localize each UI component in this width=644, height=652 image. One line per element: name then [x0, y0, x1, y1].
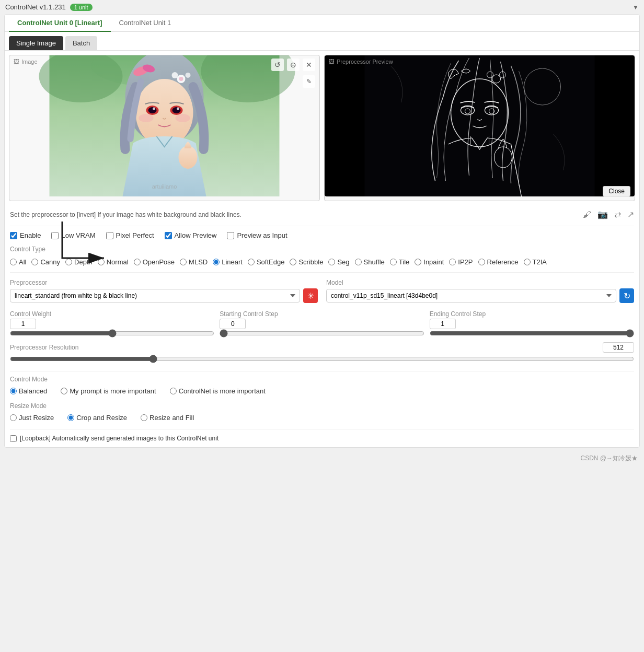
image-upload-area[interactable]: artuiiiamo	[9, 55, 319, 196]
resize-just[interactable]: Just Resize	[10, 412, 59, 424]
preprocessor-select[interactable]: lineart_standard (from white bg & black …	[10, 289, 300, 302]
resolution-slider[interactable]	[10, 355, 634, 363]
remove-btn[interactable]: ✕	[303, 59, 315, 71]
pixel-perfect-input[interactable]	[106, 232, 113, 239]
enable-checkbox[interactable]: Enable	[10, 231, 41, 239]
image-label-text: Image	[21, 59, 38, 65]
resize-just-input[interactable]	[10, 414, 17, 421]
tab-unit0[interactable]: ControlNet Unit 0 [Lineart]	[9, 15, 111, 32]
starting-step-slider[interactable]	[220, 329, 424, 337]
starting-step-value[interactable]	[220, 319, 246, 329]
radio-scribble-input[interactable]	[290, 259, 296, 265]
radio-canny-label: Canny	[40, 258, 60, 266]
preview-as-input-checkbox[interactable]: Preview as Input	[227, 231, 287, 239]
clear-btn[interactable]: ⊖	[287, 59, 300, 71]
low-vram-checkbox[interactable]: Low VRAM	[51, 231, 95, 239]
mode-prompt-input[interactable]	[61, 388, 67, 394]
radio-inpaint-input[interactable]	[415, 259, 421, 265]
radio-inpaint[interactable]: Inpaint	[415, 256, 449, 268]
camera-icon[interactable]: 📷	[597, 209, 608, 219]
resolution-section: Preprocessor Resolution	[5, 340, 639, 369]
pixel-perfect-checkbox[interactable]: Pixel Perfect	[106, 231, 154, 239]
control-weight-slider[interactable]	[10, 329, 214, 337]
mode-controlnet-label: ControlNet is more important	[179, 387, 266, 395]
svg-point-21	[179, 146, 198, 169]
radio-scribble[interactable]: Scribble	[290, 256, 328, 268]
resize-fill[interactable]: Resize and Fill	[141, 412, 199, 424]
close-btn[interactable]: Close	[603, 186, 630, 196]
radio-seg[interactable]: Seg	[328, 256, 354, 268]
radio-depth-input[interactable]	[65, 259, 72, 265]
svg-point-13	[153, 108, 155, 110]
preview-as-input-input[interactable]	[227, 232, 234, 239]
radio-shuffle-input[interactable]	[355, 259, 362, 265]
preview-image-panel: 🖼 Preprocessor Preview ⬇	[324, 55, 635, 201]
sub-tab-single[interactable]: Single Image	[9, 36, 63, 50]
control-mode-label: Control Mode	[10, 376, 634, 383]
resize-fill-input[interactable]	[141, 414, 147, 421]
ending-step-value[interactable]	[430, 319, 456, 329]
collapse-icon[interactable]: ▼	[632, 4, 639, 11]
radio-canny-input[interactable]	[31, 259, 38, 265]
radio-depth[interactable]: Depth	[65, 256, 98, 268]
radio-seg-input[interactable]	[328, 259, 335, 265]
radio-tile-input[interactable]	[390, 259, 397, 265]
radio-openpose-input[interactable]	[134, 259, 141, 265]
radio-t2ia[interactable]: T2IA	[524, 256, 552, 268]
resolution-label: Preprocessor Resolution	[10, 344, 78, 351]
model-refresh-btn[interactable]: ↻	[619, 288, 634, 303]
radio-softedge[interactable]: SoftEdge	[248, 256, 290, 268]
radio-softedge-input[interactable]	[248, 259, 255, 265]
mode-controlnet[interactable]: ControlNet is more important	[170, 385, 271, 397]
radio-all-input[interactable]	[10, 259, 17, 265]
radio-tile[interactable]: Tile	[390, 256, 415, 268]
low-vram-input[interactable]	[51, 232, 59, 239]
allow-preview-input[interactable]	[165, 232, 172, 239]
allow-preview-checkbox[interactable]: Allow Preview	[165, 231, 217, 239]
undo-btn[interactable]: ↺	[271, 59, 284, 71]
mode-prompt[interactable]: My prompt is more important	[61, 385, 161, 397]
pencil-btn[interactable]: ✎	[303, 75, 315, 88]
radio-openpose[interactable]: OpenPose	[134, 256, 180, 268]
swap-icon[interactable]: ⇄	[614, 209, 621, 219]
resize-crop[interactable]: Crop and Resize	[67, 412, 132, 424]
radio-t2ia-input[interactable]	[524, 259, 531, 265]
radio-all-label: All	[19, 258, 26, 266]
radio-normal[interactable]: Normal	[98, 256, 134, 268]
radio-normal-input[interactable]	[98, 259, 105, 265]
radio-ip2p[interactable]: IP2P	[449, 256, 478, 268]
mode-balanced-input[interactable]	[10, 388, 17, 394]
send-icon[interactable]: ↗	[627, 209, 634, 219]
enable-input[interactable]	[10, 232, 17, 239]
checkboxes-row: Enable Low VRAM Pixel Perfect Allow Prev…	[5, 228, 639, 242]
resolution-value[interactable]	[603, 342, 634, 353]
three-sliders: Control Weight Starting Control Step End…	[5, 307, 639, 340]
radio-lineart-input[interactable]	[213, 259, 220, 265]
tab-unit1[interactable]: ControlNet Unit 1	[111, 15, 180, 32]
loopback-input[interactable]	[10, 435, 17, 442]
radio-shuffle[interactable]: Shuffle	[355, 256, 390, 268]
control-weight-value[interactable]	[10, 319, 36, 329]
ending-step-label: Ending Control Step	[430, 310, 634, 318]
radio-mlsd[interactable]: MLSD	[180, 256, 213, 268]
radio-lineart[interactable]: Lineart	[213, 256, 248, 268]
control-type-label: Control Type	[5, 242, 639, 254]
sub-tab-batch[interactable]: Batch	[65, 36, 97, 50]
model-section: Model control_v11p_sd15_lineart [43d4be0…	[326, 279, 634, 303]
radio-canny[interactable]: Canny	[31, 256, 65, 268]
mode-controlnet-input[interactable]	[170, 388, 177, 394]
mode-balanced[interactable]: Balanced	[10, 385, 52, 397]
radio-all[interactable]: All	[10, 256, 31, 268]
radio-ip2p-input[interactable]	[449, 259, 456, 265]
model-select[interactable]: control_v11p_sd15_lineart [43d4be0d]	[326, 289, 616, 302]
ending-step-slider[interactable]	[430, 329, 634, 337]
csdn-watermark: CSDN @→知冷媛★	[0, 452, 644, 465]
palette-icon[interactable]: 🖌	[583, 210, 591, 219]
low-vram-label: Low VRAM	[61, 231, 95, 239]
preprocessor-refresh-btn[interactable]: ✳	[303, 288, 318, 303]
radio-reference[interactable]: Reference	[478, 256, 524, 268]
svg-point-18	[179, 77, 183, 81]
radio-mlsd-input[interactable]	[180, 259, 187, 265]
radio-reference-input[interactable]	[478, 259, 485, 265]
resize-crop-input[interactable]	[67, 414, 74, 421]
